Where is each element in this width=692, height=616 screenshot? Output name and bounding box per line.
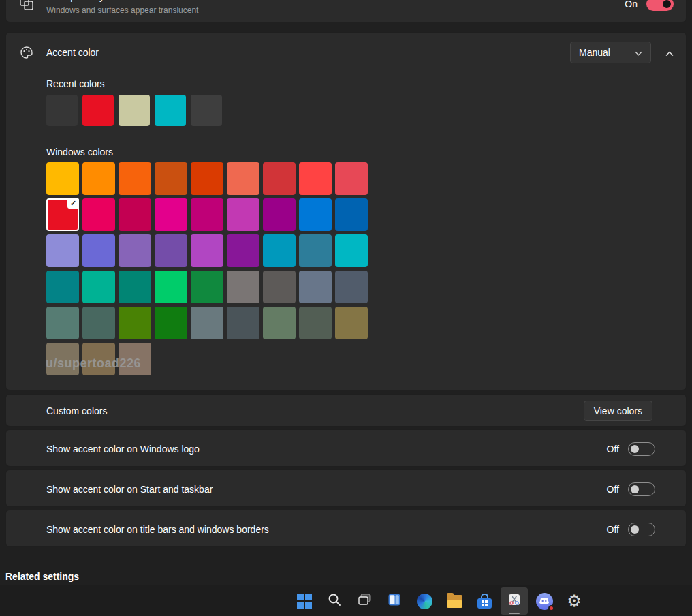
accent-on-title-bars-row: Show accent color on title bars and wind… <box>5 510 687 547</box>
collapse-button[interactable] <box>663 46 676 60</box>
windows-color-swatch[interactable] <box>335 198 368 231</box>
windows-color-swatch[interactable] <box>82 234 115 267</box>
transparency-state-label: On <box>625 0 638 10</box>
transparency-description: Windows and surfaces appear translucent <box>46 5 198 15</box>
active-app-indicator <box>509 613 520 614</box>
windows-color-swatch[interactable] <box>82 198 115 231</box>
snipping-tool-icon <box>507 592 522 610</box>
windows-color-swatch[interactable] <box>155 234 187 267</box>
windows-color-swatch[interactable] <box>299 234 332 267</box>
toggle-state-label: Off <box>607 484 619 495</box>
accent-on-windows-logo-row: Show accent color on Windows logo Off <box>5 429 687 467</box>
windows-color-swatch[interactable] <box>227 234 260 267</box>
windows-color-swatch[interactable] <box>299 198 332 231</box>
recent-color-swatch[interactable] <box>82 95 114 126</box>
search-button[interactable] <box>321 587 348 615</box>
toggle-row-label: Show accent color on title bars and wind… <box>46 510 269 548</box>
transparency-toggle[interactable] <box>646 0 674 11</box>
windows-color-swatch[interactable] <box>119 307 151 339</box>
recent-color-swatch[interactable] <box>46 95 78 126</box>
windows-color-swatch[interactable] <box>119 198 151 231</box>
snipping-tool-button[interactable] <box>501 587 528 615</box>
store-icon <box>477 594 492 609</box>
start-button[interactable] <box>291 587 318 615</box>
windows-color-swatch[interactable] <box>299 271 332 303</box>
toggle-knob <box>663 0 671 8</box>
windows-color-swatch[interactable] <box>46 162 79 195</box>
windows-color-swatch[interactable] <box>82 162 115 195</box>
windows-color-swatch[interactable] <box>263 234 296 267</box>
watermark-text: u/supertoad226 <box>46 356 141 371</box>
recent-colors-row <box>46 95 222 126</box>
windows-logo-icon <box>297 594 312 609</box>
windows-color-swatch[interactable] <box>119 234 151 267</box>
windows-color-swatch[interactable] <box>191 271 223 303</box>
windows-color-swatch[interactable] <box>191 234 223 267</box>
windows-color-swatch[interactable] <box>263 271 296 303</box>
recent-color-swatch[interactable] <box>155 95 186 126</box>
chevron-up-icon <box>665 47 674 59</box>
file-explorer-button[interactable] <box>441 587 468 615</box>
store-button[interactable] <box>471 587 498 615</box>
accent-color-card: Accent color Manual Recent colors Window… <box>5 32 687 390</box>
custom-colors-label: Custom colors <box>46 395 107 427</box>
accent-on-windows-logo-toggle[interactable] <box>628 442 655 456</box>
windows-color-swatch[interactable] <box>227 198 260 231</box>
windows-color-swatch[interactable] <box>46 271 79 303</box>
selected-check-icon: ✓ <box>67 198 79 209</box>
windows-color-swatch[interactable] <box>155 198 187 231</box>
windows-color-swatch[interactable] <box>155 162 187 195</box>
toggle-knob <box>631 445 639 453</box>
settings-button[interactable]: ⚙ <box>561 587 588 615</box>
chevron-down-icon <box>635 47 642 58</box>
toggle-knob <box>631 525 639 534</box>
windows-color-swatch[interactable] <box>119 271 151 303</box>
windows-color-swatch[interactable] <box>263 198 296 231</box>
windows-colors-grid: ✓ <box>46 162 368 375</box>
windows-color-swatch[interactable] <box>335 307 368 339</box>
windows-color-swatch[interactable] <box>335 234 368 267</box>
recent-color-swatch[interactable] <box>191 95 222 126</box>
windows-color-swatch[interactable] <box>155 271 187 303</box>
windows-color-swatch[interactable] <box>227 162 260 195</box>
accent-mode-dropdown[interactable]: Manual <box>570 42 651 63</box>
toggle-knob <box>631 485 639 493</box>
discord-button[interactable] <box>531 587 558 615</box>
windows-color-swatch[interactable] <box>155 307 187 339</box>
windows-color-swatch[interactable] <box>46 307 79 339</box>
edge-button[interactable] <box>411 587 438 615</box>
discord-icon <box>536 593 553 610</box>
accent-on-title-bars-toggle[interactable] <box>628 523 655 536</box>
view-colors-button[interactable]: View colors <box>584 401 652 421</box>
windows-color-swatch[interactable] <box>227 271 260 303</box>
notification-badge <box>548 605 554 611</box>
windows-color-swatch[interactable] <box>335 271 368 303</box>
windows-color-swatch[interactable] <box>119 162 151 195</box>
recent-color-swatch[interactable] <box>119 95 150 126</box>
windows-color-swatch[interactable] <box>299 162 332 195</box>
toggle-row-label: Show accent color on Windows logo <box>46 430 200 467</box>
windows-color-swatch[interactable] <box>82 307 115 339</box>
widgets-button[interactable] <box>381 587 408 615</box>
windows-color-swatch[interactable] <box>263 307 296 339</box>
windows-color-swatch[interactable] <box>263 162 296 195</box>
windows-color-swatch[interactable] <box>299 307 332 339</box>
gear-icon: ⚙ <box>567 593 582 609</box>
task-view-button[interactable] <box>351 587 378 615</box>
accent-on-start-taskbar-toggle[interactable] <box>628 482 655 496</box>
windows-color-swatch[interactable] <box>82 271 115 303</box>
accent-color-header[interactable]: Accent color Manual <box>6 33 686 72</box>
transparency-icon <box>20 0 33 13</box>
windows-color-swatch[interactable] <box>191 307 223 339</box>
windows-color-swatch[interactable] <box>191 162 223 195</box>
windows-color-swatch[interactable]: ✓ <box>46 198 79 231</box>
custom-colors-row: Custom colors View colors <box>5 394 687 427</box>
windows-color-swatch[interactable] <box>335 162 368 195</box>
palette-icon <box>20 46 33 62</box>
windows-color-swatch[interactable] <box>227 307 260 339</box>
related-settings-heading: Related settings <box>5 571 79 582</box>
windows-color-swatch[interactable] <box>191 198 223 231</box>
windows-color-swatch[interactable] <box>46 234 79 267</box>
widgets-icon <box>387 592 402 610</box>
transparency-title: Transparency effects <box>46 0 135 2</box>
